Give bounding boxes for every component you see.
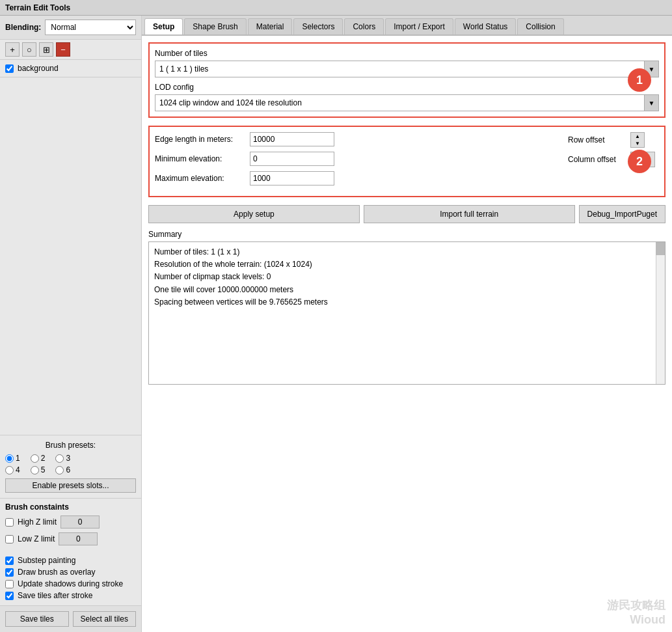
summary-line-1: Number of tiles: 1 (1 x 1) [154, 246, 660, 258]
preset-2[interactable]: 2 [31, 454, 46, 463]
preset-row-2: 4 5 6 [5, 465, 136, 474]
col-offset-label: Column offset [568, 155, 626, 164]
checkbox-options: Substep painting Draw brush as overlay U… [0, 553, 141, 605]
preset-3[interactable]: 3 [55, 454, 70, 463]
circle-button[interactable]: ○ [22, 42, 36, 57]
row-offset-label: Row offset [568, 135, 626, 144]
summary-scrollbar[interactable] [656, 242, 665, 384]
update-shadows-checkbox[interactable] [5, 580, 14, 588]
preset-1[interactable]: 1 [5, 454, 20, 463]
tab-setup[interactable]: Setup [144, 18, 183, 34]
blending-row: Blending: Normal [0, 16, 141, 40]
draw-brush-checkbox[interactable] [5, 568, 14, 577]
preset-4[interactable]: 4 [5, 465, 20, 474]
row-offset-row: Row offset ▲ ▼ [568, 132, 659, 148]
left-panel: Blending: Normal + ○ ⊞ − background Brus… [0, 16, 142, 632]
tab-selectors[interactable]: Selectors [293, 18, 343, 34]
apply-setup-button[interactable]: Apply setup [148, 205, 360, 223]
substep-painting-row: Substep painting [5, 556, 136, 565]
background-checkbox[interactable] [5, 64, 14, 73]
row-offset-up[interactable]: ▲ [631, 133, 644, 140]
toolbar-row: + ○ ⊞ − [0, 40, 141, 60]
debug-import-button[interactable]: Debug_ImportPuget [579, 205, 665, 223]
measurements-left: Edge length in meters: Minimum elevation… [155, 132, 561, 191]
bottom-buttons: Save tiles Select all tiles [0, 605, 141, 632]
brush-presets-label: Brush presets: [5, 441, 136, 450]
edge-length-label: Edge length in meters: [155, 135, 246, 144]
layer-area [0, 77, 141, 435]
measurements-section: Edge length in meters: Minimum elevation… [148, 126, 665, 197]
edge-length-row: Edge length in meters: [155, 132, 561, 146]
max-elevation-label: Maximum elevation: [155, 174, 246, 183]
background-layer-row: background [0, 60, 141, 77]
blending-select[interactable]: Normal [45, 20, 136, 35]
row-offset-down[interactable]: ▼ [631, 140, 644, 147]
tab-shape-brush[interactable]: Shape Brush [184, 18, 246, 34]
summary-line-3: Number of clipmap stack levels: 0 [154, 271, 660, 283]
blending-label: Blending: [5, 23, 41, 32]
title-bar: Terrain Edit Tools [0, 0, 672, 16]
preset-row-1: 1 2 3 [5, 454, 136, 463]
grid-button[interactable]: ⊞ [39, 42, 53, 57]
high-z-input[interactable]: 0 [60, 515, 100, 529]
substep-painting-label: Substep painting [18, 556, 75, 565]
low-z-input[interactable]: 0 [59, 532, 98, 545]
remove-button[interactable]: − [56, 42, 70, 57]
preset-6[interactable]: 6 [55, 465, 70, 474]
title-label: Terrain Edit Tools [5, 3, 70, 12]
min-elevation-label: Minimum elevation: [155, 154, 246, 163]
badge-2: 2 [628, 150, 651, 173]
tabs-bar: Setup Shape Brush Material Selectors Col… [142, 16, 672, 36]
brush-constraints-label: Brush constaints [5, 502, 136, 512]
tab-collision[interactable]: Collision [517, 18, 563, 34]
preset-radios: 1 2 3 4 5 [5, 454, 136, 474]
tab-world-status[interactable]: World Status [455, 18, 516, 34]
num-tiles-value: 1 ( 1 x 1 ) tiles [155, 64, 644, 74]
right-panel: Setup Shape Brush Material Selectors Col… [142, 16, 672, 632]
tab-import-export[interactable]: Import / Export [385, 18, 453, 34]
update-shadows-row: Update shadows during stroke [5, 579, 136, 588]
low-z-checkbox[interactable] [5, 535, 14, 543]
low-z-label: Low Z limit [18, 534, 55, 543]
select-all-tiles-button[interactable]: Select all tiles [73, 611, 137, 627]
lod-config-value: 1024 clip window and 1024 tile resolutio… [155, 98, 644, 107]
enable-presets-button[interactable]: Enable presets slots... [5, 478, 136, 493]
high-z-row: High Z limit 0 [5, 515, 136, 529]
background-label: background [18, 64, 59, 73]
summary-line-4: One tile will cover 10000.000000 meters [154, 284, 660, 296]
scrollbar-thumb[interactable] [656, 242, 665, 255]
lod-config-dropdown: 1024 clip window and 1024 tile resolutio… [155, 94, 659, 111]
setup-tab-content: Number of tiles 1 ( 1 x 1 ) tiles ▼ LOD … [142, 36, 672, 632]
high-z-label: High Z limit [18, 517, 57, 527]
action-buttons-row: Apply setup Import full terrain Debug_Im… [148, 205, 665, 223]
num-tiles-dropdown: 1 ( 1 x 1 ) tiles ▼ [155, 61, 659, 77]
save-tiles-checkbox[interactable] [5, 592, 14, 600]
summary-section: Summary Number of tiles: 1 (1 x 1) Resol… [148, 230, 665, 385]
max-elevation-input[interactable] [250, 171, 334, 185]
save-tiles-button[interactable]: Save tiles [5, 611, 69, 627]
tab-colors[interactable]: Colors [344, 18, 384, 34]
draw-brush-label: Draw brush as overlay [18, 568, 95, 577]
save-tiles-label: Save tiles after stroke [18, 591, 92, 600]
low-z-row: Low Z limit 0 [5, 532, 136, 545]
preset-5[interactable]: 5 [31, 465, 46, 474]
badge-1: 1 [628, 68, 651, 92]
row-offset-spinner[interactable]: ▲ ▼ [630, 132, 645, 148]
min-elevation-input[interactable] [250, 152, 334, 166]
summary-line-5: Spacing between vertices will be 9.76562… [154, 296, 660, 309]
brush-presets-section: Brush presets: 1 2 3 4 [0, 435, 141, 498]
min-elevation-row: Minimum elevation: [155, 152, 561, 166]
import-full-terrain-button[interactable]: Import full terrain [364, 205, 575, 223]
add-button[interactable]: + [5, 42, 20, 57]
summary-label: Summary [148, 230, 665, 239]
substep-painting-checkbox[interactable] [5, 556, 14, 565]
max-elevation-row: Maximum elevation: [155, 171, 561, 185]
lod-config-label: LOD config [155, 83, 659, 92]
tiles-lod-section: Number of tiles 1 ( 1 x 1 ) tiles ▼ LOD … [148, 42, 665, 118]
num-tiles-label: Number of tiles [155, 49, 659, 58]
high-z-checkbox[interactable] [5, 518, 14, 527]
save-tiles-row: Save tiles after stroke [5, 591, 136, 600]
edge-length-input[interactable] [250, 132, 334, 146]
lod-config-arrow[interactable]: ▼ [644, 95, 658, 111]
tab-material[interactable]: Material [248, 18, 293, 34]
